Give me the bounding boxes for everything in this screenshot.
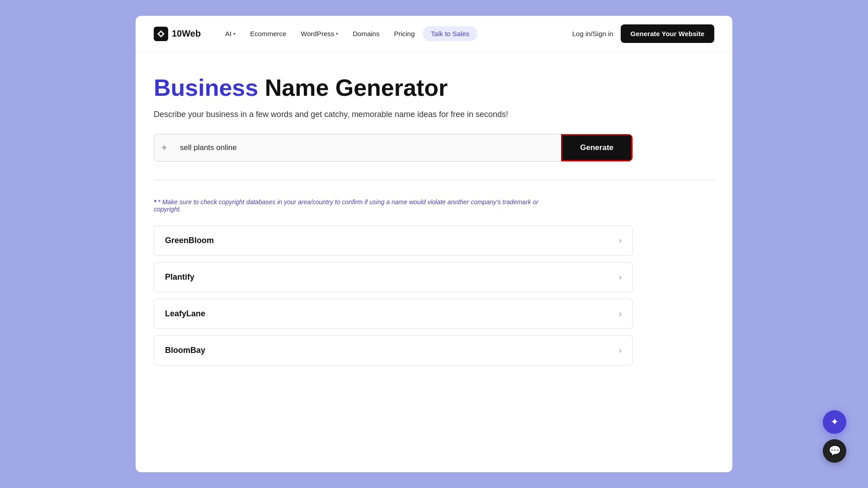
nav-item-ecommerce[interactable]: Ecommerce xyxy=(244,26,292,41)
floating-ai-button[interactable]: ✦ xyxy=(823,410,846,434)
result-item[interactable]: BloomBay › xyxy=(154,335,633,366)
result-name: BloomBay xyxy=(165,346,205,355)
logo-link[interactable]: 10Web xyxy=(154,27,201,41)
logo-icon xyxy=(154,27,168,41)
generate-button[interactable]: Generate xyxy=(561,134,632,161)
hero-title: Business Name Generator xyxy=(154,75,714,102)
chevron-right-icon: › xyxy=(619,272,622,282)
nav-item-pricing[interactable]: Pricing xyxy=(387,26,421,41)
result-name: LeafyLane xyxy=(165,309,205,319)
results-list: GreenBloom › Plantify › LeafyLane › Bloo… xyxy=(154,225,633,372)
logo-text: 10Web xyxy=(172,28,201,39)
sparkle-icon-wrapper: ✦ xyxy=(154,142,175,153)
nav-links: AI ▾ Ecommerce WordPress ▾ Domains Prici… xyxy=(219,26,569,41)
result-item[interactable]: LeafyLane › xyxy=(154,299,633,329)
result-item[interactable]: Plantify › xyxy=(154,262,633,292)
hero-subtitle: Describe your business in a few words an… xyxy=(154,110,515,119)
navbar: 10Web AI ▾ Ecommerce WordPress ▾ Domains… xyxy=(136,16,732,52)
page-wrapper: 10Web AI ▾ Ecommerce WordPress ▾ Domains… xyxy=(136,16,732,472)
chevron-down-icon: ▾ xyxy=(336,31,338,36)
nav-right: Log in/Sign in Generate Your Website xyxy=(572,24,714,43)
login-link[interactable]: Log in/Sign in xyxy=(572,30,613,38)
copyright-note: * * Make sure to check copyright databas… xyxy=(154,198,561,213)
generate-website-button[interactable]: Generate Your Website xyxy=(621,24,714,43)
nav-item-wordpress[interactable]: WordPress ▾ xyxy=(294,26,344,41)
hero-title-blue: Business xyxy=(154,75,258,101)
nav-item-domains[interactable]: Domains xyxy=(346,26,386,41)
search-bar: ✦ Generate xyxy=(154,134,633,162)
talk-to-sales-button[interactable]: Talk to Sales xyxy=(423,26,477,41)
main-content: Business Name Generator Describe your bu… xyxy=(136,52,732,390)
nav-item-ai[interactable]: AI ▾ xyxy=(219,26,242,41)
business-description-input[interactable] xyxy=(175,134,561,161)
chevron-right-icon: › xyxy=(619,236,622,245)
result-name: Plantify xyxy=(165,272,194,282)
ai-wand-icon: ✦ xyxy=(830,416,839,428)
result-name: GreenBloom xyxy=(165,236,214,245)
chat-icon: 💬 xyxy=(829,445,841,457)
sparkle-icon: ✦ xyxy=(160,142,168,153)
hero-title-rest: Name Generator xyxy=(258,75,448,101)
result-item[interactable]: GreenBloom › xyxy=(154,225,633,256)
section-divider xyxy=(154,180,714,180)
chevron-down-icon: ▾ xyxy=(233,31,236,36)
floating-chat-button[interactable]: 💬 xyxy=(823,439,846,463)
chevron-right-icon: › xyxy=(619,346,622,355)
chevron-right-icon: › xyxy=(619,309,622,319)
